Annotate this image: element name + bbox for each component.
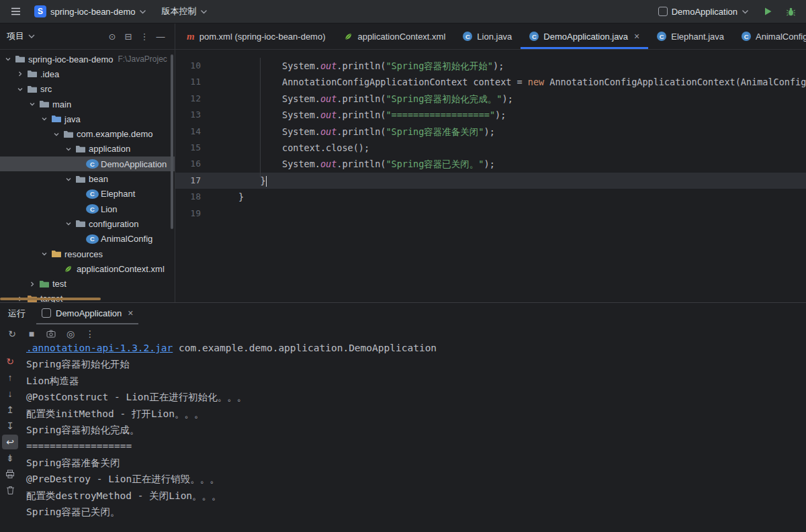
rerun-icon[interactable]: ↻ (2, 354, 18, 369)
tree-item-application[interactable]: application (0, 142, 175, 157)
close-icon[interactable]: × (634, 32, 639, 41)
next-message-icon[interactable]: ↧ (2, 418, 18, 433)
locate-file-icon[interactable]: ⊙ (105, 29, 120, 44)
code-line-15[interactable]: 15 context.close(); (175, 140, 806, 156)
tree-item-AnimalConfig[interactable]: CAnimalConfig (0, 232, 175, 247)
code-line-13[interactable]: 13 System.out.println("=================… (175, 107, 806, 123)
console-settings-icon[interactable]: ◎ (62, 325, 79, 343)
line-number[interactable]: 16 (175, 156, 238, 172)
line-number[interactable]: 17 (175, 173, 238, 189)
print-icon (5, 470, 15, 479)
code-token: "Spring容器初始化开始" (386, 60, 493, 71)
ide-window: S spring-ioc-bean-demo 版本控制 DemoApplicat… (0, 0, 806, 532)
chevron-down-icon[interactable] (3, 56, 13, 62)
tree-item-Lion[interactable]: CLion (0, 202, 175, 216)
tree-item-DemoApplication[interactable]: CDemoApplication (0, 157, 175, 171)
stop-icon[interactable]: ■ (23, 325, 40, 343)
print-icon[interactable] (2, 467, 18, 482)
tab-pom.xml (spring-ioc-bean-demo)[interactable]: mpom.xml (spring-ioc-bean-demo) (178, 24, 334, 49)
more-vertical-icon[interactable]: ⋮ (137, 29, 152, 44)
test-folder-icon (38, 279, 50, 290)
console-line: Spring容器初始化完成。 (26, 422, 806, 438)
project-widget[interactable]: S spring-ioc-bean-demo (30, 3, 151, 19)
tree-item-spring-ioc-bean-demo[interactable]: spring-ioc-bean-demoF:\JavaProjec (0, 52, 175, 66)
line-number[interactable]: 10 (175, 58, 238, 74)
up-the-stack-trace-icon[interactable]: ↑ (2, 370, 18, 385)
tree-item-java[interactable]: java (0, 112, 175, 126)
down-the-stack-trace-icon[interactable]: ↓ (2, 386, 18, 401)
prev-message-icon[interactable]: ↥ (2, 402, 18, 417)
code-line-11[interactable]: 11 AnnotationConfigApplicationContext co… (175, 74, 806, 90)
debug-button[interactable] (782, 3, 799, 20)
code-line-18[interactable]: 18} (175, 189, 806, 205)
tab-applicationContext.xml[interactable]: applicationContext.xml (334, 24, 455, 49)
class-icon: C (657, 32, 666, 41)
chevron-down-icon[interactable] (63, 146, 74, 152)
chevron-down-icon[interactable] (28, 34, 35, 38)
hide-panel-icon[interactable]: — (153, 29, 168, 44)
line-number[interactable]: 13 (175, 107, 238, 123)
chevron-down-icon[interactable] (39, 251, 50, 257)
code-area[interactable]: 10 System.out.println("Spring容器初始化开始");1… (175, 50, 806, 302)
clear-all-icon[interactable] (2, 483, 18, 498)
tree-item-bean[interactable]: bean (0, 171, 175, 186)
line-number[interactable]: 19 (175, 206, 238, 222)
code-token: System. (238, 126, 320, 137)
tab-Elephant.java[interactable]: CElephant.java (648, 24, 733, 49)
code-line-16[interactable]: 16 System.out.println("Spring容器已关闭。"); (175, 156, 806, 172)
chevron-right-icon[interactable] (15, 71, 26, 77)
console-link[interactable]: .annotation-api-1.3.2.jar (26, 343, 173, 353)
main-menu-icon[interactable] (7, 3, 24, 20)
tree-item-Elephant[interactable]: CElephant (0, 187, 175, 202)
code-line-14[interactable]: 14 System.out.println("Spring容器准备关闭"); (175, 124, 806, 140)
collapse-all-icon[interactable]: ⊟ (121, 29, 136, 44)
vcs-widget[interactable]: 版本控制 (156, 3, 212, 19)
tab-Lion.java[interactable]: CLion.java (454, 24, 521, 49)
code-line-17[interactable]: 17 } (175, 173, 806, 189)
chevron-right-icon[interactable] (27, 281, 38, 287)
run-config-selector[interactable]: DemoApplication (654, 5, 754, 19)
console-line: 配置类initMethod - 打开Lion。。。 (26, 406, 806, 422)
tree-item-resources[interactable]: resources (0, 247, 175, 261)
tab-AnimalConfig.java[interactable]: CAnimalConfig.java (733, 24, 806, 49)
thread-dump-icon[interactable] (42, 325, 60, 343)
tree-item-main[interactable]: main (0, 97, 175, 112)
tree-item-.idea[interactable]: .idea (0, 66, 175, 81)
soft-wrap-icon[interactable]: ↩ (2, 435, 18, 449)
horizontal-scrollbar[interactable] (0, 298, 101, 300)
line-number[interactable]: 18 (175, 189, 238, 205)
scroll-to-end-icon: ⇟ (6, 453, 14, 463)
code-line-19[interactable]: 19 (175, 206, 806, 222)
run-button[interactable] (759, 3, 776, 20)
line-number[interactable]: 12 (175, 91, 238, 107)
tree-item-label: com.example.demo (77, 129, 152, 139)
tree-item-target[interactable]: target (0, 292, 175, 302)
tree-item-applicationContext.xml[interactable]: applicationContext.xml (0, 261, 175, 276)
tree-item-src[interactable]: src (0, 82, 175, 97)
chevron-down-icon[interactable] (39, 116, 50, 122)
tree-item-com.example.demo[interactable]: com.example.demo (0, 126, 175, 141)
tree-item-test[interactable]: test (0, 276, 175, 291)
tab-DemoApplication.java[interactable]: CDemoApplication.java× (521, 24, 648, 49)
line-number[interactable]: 11 (175, 74, 238, 90)
line-number[interactable]: 15 (175, 140, 238, 156)
rerun-icon[interactable]: ↻ (3, 325, 21, 343)
close-icon[interactable]: × (128, 308, 133, 318)
chevron-down-icon[interactable] (15, 86, 26, 93)
chevron-down-icon[interactable] (63, 220, 74, 227)
code-line-10[interactable]: 10 System.out.println("Spring容器初始化开始"); (175, 58, 806, 74)
chevron-down-icon[interactable] (27, 101, 38, 107)
chevron-down-icon[interactable] (63, 176, 74, 183)
code-text: System.out.println("==================")… (238, 107, 506, 123)
run-tab[interactable]: DemoApplication × (36, 303, 138, 324)
line-number[interactable]: 14 (175, 124, 238, 140)
scroll-to-end-icon[interactable]: ⇟ (2, 451, 18, 466)
chevron-down-icon[interactable] (51, 131, 62, 138)
run-panel-header: 运行 DemoApplication × (0, 303, 806, 324)
vertical-scrollbar[interactable] (171, 54, 173, 229)
code-line-12[interactable]: 12 System.out.println("Spring容器初始化完成。"); (175, 91, 806, 107)
class-icon: C (86, 204, 99, 214)
more-vertical-icon[interactable]: ⋮ (81, 325, 99, 343)
tree-item-configuration[interactable]: configuration (0, 216, 175, 231)
console-output[interactable]: .annotation-api-1.3.2.jar com.example.de… (20, 343, 806, 532)
